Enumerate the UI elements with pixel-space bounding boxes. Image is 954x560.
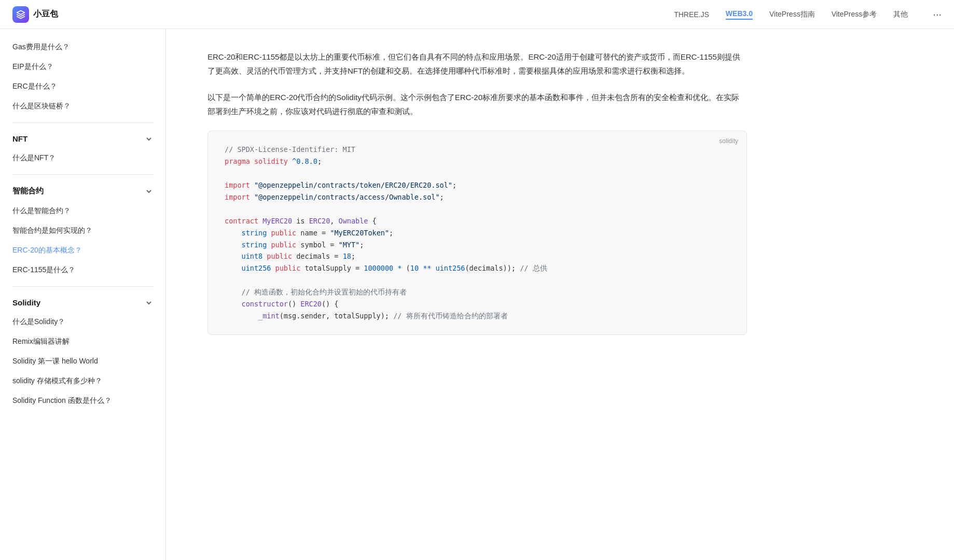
nav-more-button[interactable]: ···: [933, 8, 942, 20]
code-content: // SPDX-License-Identifier: MIT pragma s…: [225, 144, 730, 322]
sidebar-item-what-is-solidity[interactable]: 什么是Solidity？: [0, 312, 165, 332]
sidebar-section-nft: NFT 什么是NFT？: [0, 129, 165, 168]
code-block: solidity // SPDX-License-Identifier: MIT…: [208, 131, 747, 335]
nav-vitepress-guide[interactable]: VitePress指南: [769, 10, 815, 19]
nft-chevron-icon: [145, 135, 153, 143]
sidebar-item-erc20-concept[interactable]: ERC-20的基本概念？: [0, 241, 165, 260]
sidebar-section-solidity-header[interactable]: Solidity: [0, 293, 165, 312]
nav-vitepress-ref[interactable]: VitePress参考: [832, 10, 877, 19]
sidebar-item-remix[interactable]: Remix编辑器讲解: [0, 332, 165, 352]
sidebar-item-bridge[interactable]: 什么是区块链桥？: [0, 96, 165, 116]
nav-threejs[interactable]: THREE.JS: [674, 10, 709, 19]
logo-text: 小豆包: [33, 9, 58, 20]
sidebar-item-solidity-hello[interactable]: Solidity 第一课 hello World: [0, 352, 165, 356]
nav-other[interactable]: 其他: [893, 10, 908, 19]
top-navigation: 小豆包 THREE.JS WEB3.0 VitePress指南 VitePres…: [0, 0, 954, 29]
smart-contract-chevron-icon: [145, 187, 153, 195]
sidebar: Gas费用是什么？ EIP是什么？ ERC是什么？ 什么是区块链桥？ NFT 什: [0, 29, 166, 356]
logo-icon: [12, 6, 29, 23]
nav-web3[interactable]: WEB3.0: [726, 9, 753, 20]
sidebar-section-solidity: Solidity 什么是Solidity？ Remix编辑器讲解 Solidit…: [0, 293, 165, 356]
sidebar-section-smart-contract: 智能合约 什么是智能合约？ 智能合约是如何实现的？ ERC-20的基本概念？ E…: [0, 181, 165, 280]
sidebar-section-nft-header[interactable]: NFT: [0, 129, 165, 148]
sidebar-item-erc[interactable]: ERC是什么？: [0, 77, 165, 96]
main-content: ERC-20和ERC-1155都是以太坊上的重要代币标准，但它们各自具有不同的特…: [166, 29, 789, 356]
sidebar-item-how-sc[interactable]: 智能合约是如何实现的？: [0, 221, 165, 241]
sidebar-divider-2: [12, 174, 153, 175]
sidebar-section-smart-contract-header[interactable]: 智能合约: [0, 181, 165, 201]
nav-links: THREE.JS WEB3.0 VitePress指南 VitePress参考 …: [674, 8, 942, 20]
site-logo[interactable]: 小豆包: [12, 6, 58, 23]
sidebar-item-what-is-sc[interactable]: 什么是智能合约？: [0, 201, 165, 221]
sidebar-item-gas[interactable]: Gas费用是什么？: [0, 37, 165, 57]
sidebar-item-what-is-nft[interactable]: 什么是NFT？: [0, 148, 165, 168]
page-layout: Gas费用是什么？ EIP是什么？ ERC是什么？ 什么是区块链桥？ NFT 什: [0, 29, 954, 356]
sidebar-item-erc1155[interactable]: ERC-1155是什么？: [0, 260, 165, 280]
code-intro-paragraph: 以下是一个简单的ERC-20代币合约的Solidity代码示例。这个示例包含了E…: [208, 90, 747, 118]
sidebar-item-eip[interactable]: EIP是什么？: [0, 57, 165, 77]
sidebar-divider-1: [12, 122, 153, 123]
solidity-chevron-icon: [145, 299, 153, 307]
sidebar-divider-3: [12, 286, 153, 287]
code-lang-label: solidity: [719, 137, 738, 145]
intro-paragraph: ERC-20和ERC-1155都是以太坊上的重要代币标准，但它们各自具有不同的特…: [208, 50, 747, 78]
